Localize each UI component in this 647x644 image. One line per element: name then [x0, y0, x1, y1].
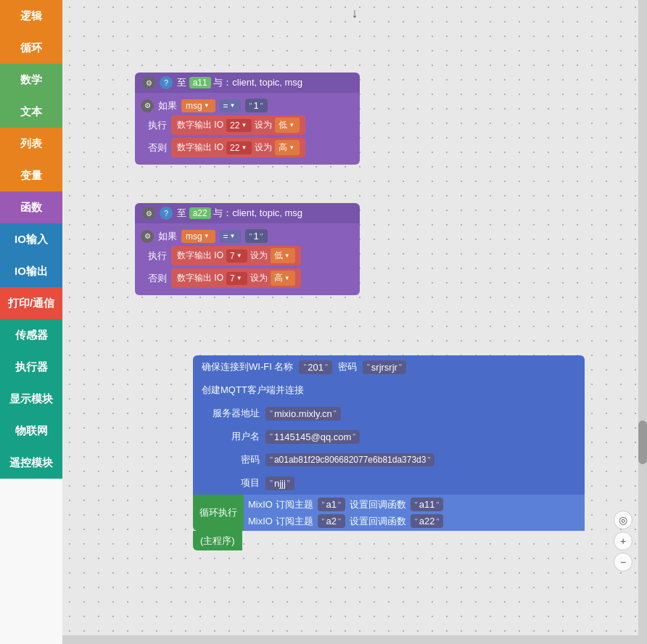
exec-label-2: 执行	[148, 249, 167, 263]
sub-row-1: MixIO 订阅主题 "a1" 设置回调函数 "a11"	[248, 498, 580, 511]
level-dropdown-1[interactable]: 低	[275, 117, 300, 133]
set-label-1: 设为	[255, 119, 272, 131]
if-label-1: 如果	[158, 99, 177, 112]
sidebar-label-list: 列表	[20, 137, 42, 151]
wifi-row: 确保连接到WI-FI 名称 "201" 密码 "srjrsrjr"	[193, 355, 585, 379]
scroll-right	[638, 0, 647, 644]
arrow-indicator: ↓	[352, 6, 358, 21]
scroll-thumb[interactable]	[638, 421, 647, 464]
io-num-dropdown-2[interactable]: 7	[226, 249, 247, 263]
exec-row-1: 执行 数字输出 IO 22 设为 低	[148, 115, 354, 135]
exec-action-2: 数字输出 IO 7 设为 低	[171, 246, 301, 265]
sidebar-item-io-input[interactable]: IO输入	[0, 223, 62, 255]
sidebar-item-remote[interactable]: 遥控模块	[0, 447, 62, 479]
sidebar-label-text: 文本	[20, 105, 42, 119]
zoom-out-btn[interactable]: −	[614, 553, 632, 571]
wifi-label: 确保连接到WI-FI 名称	[202, 360, 293, 373]
wifi-name-block: "201"	[299, 360, 332, 374]
sidebar-item-function[interactable]: 函数	[0, 191, 62, 223]
gear-icon-if-2[interactable]: ⚙	[141, 230, 154, 243]
func-header-text-1: 至 a11 与：client, topic, msg	[177, 76, 302, 89]
sidebar-label-sensor: 传感器	[15, 329, 48, 342]
level-dropdown-2[interactable]: 低	[271, 248, 295, 263]
sidebar-item-sensor[interactable]: 传感器	[0, 319, 62, 351]
msg-dropdown-1[interactable]: msg	[181, 99, 215, 112]
else-action-2: 数字输出 IO 7 设为 高	[171, 268, 301, 288]
sidebar-item-actuator[interactable]: 执行器	[0, 351, 62, 383]
else-action-1: 数字输出 IO 22 设为 高	[171, 138, 305, 157]
mqtt-config-block: 确保连接到WI-FI 名称 "201" 密码 "srjrsrjr" 创建MQTT…	[193, 355, 585, 495]
user-label: 用户名	[202, 430, 260, 443]
mqtt-create-row: 创建MQTT客户端并连接	[193, 379, 585, 402]
gear-icon-2[interactable]: ⚙	[142, 207, 155, 220]
string-val-2: "1"	[245, 229, 268, 243]
sub2-prefix: MixIO 订阅主题	[248, 515, 313, 528]
block-group-a22: ⚙ ? 至 a22 与：client, topic, msg ⚙ 如果 msg …	[135, 203, 360, 295]
user-val-block: "1145145@qq.com"	[265, 430, 360, 444]
canvas-area[interactable]: ↓ ⚙ ? 至 a11 与：client, topic, msg ⚙ 如果 ms…	[62, 0, 647, 644]
msg-dropdown-2[interactable]: msg	[181, 230, 215, 243]
func-name-tag-1: a11	[189, 77, 211, 88]
project-row: 项目 "njjj"	[193, 471, 585, 495]
gear-icon-if-1[interactable]: ⚙	[141, 99, 154, 112]
sidebar-item-loop[interactable]: 循环	[0, 32, 62, 64]
wifi-pwd-block: "srjrsrjr"	[363, 360, 406, 374]
string-val-1: "1"	[245, 99, 268, 112]
gear-icon-1[interactable]: ⚙	[142, 76, 155, 89]
compass-controls: ◎ + −	[614, 511, 632, 571]
eq-dropdown-1[interactable]: =	[220, 99, 241, 112]
else-set-label-1: 设为	[255, 141, 272, 154]
exec-action-text-1: 数字输出 IO	[177, 119, 223, 131]
compass-circle[interactable]: ◎	[614, 511, 632, 529]
sidebar-label-io-input: IO输入	[15, 233, 48, 247]
sidebar-item-display[interactable]: 显示模块	[0, 383, 62, 415]
sidebar-item-print-comm[interactable]: 打印/通信	[0, 287, 62, 319]
else-level-dropdown-2[interactable]: 高	[271, 271, 295, 286]
sidebar-label-iot: 物联网	[15, 424, 48, 438]
server-val-block: "mixio.mixly.cn"	[265, 407, 341, 421]
sidebar-item-text[interactable]: 文本	[0, 96, 62, 128]
sub1-callback-block: "a11"	[411, 498, 444, 511]
sidebar-item-io-output[interactable]: IO输出	[0, 255, 62, 287]
sidebar-item-list[interactable]: 列表	[0, 128, 62, 160]
sidebar-label-remote: 遥控模块	[9, 456, 53, 470]
sidebar-item-iot[interactable]: 物联网	[0, 415, 62, 447]
sub2-callback-label: 设置回调函数	[350, 515, 406, 528]
scroll-bottom[interactable]	[62, 635, 638, 644]
sidebar: 逻辑 循环 数学 文本 列表 变量 函数 IO输入 IO输出 打印/通信 传感器…	[0, 0, 62, 644]
sub1-callback-label: 设置回调函数	[350, 498, 406, 511]
exec-action-1: 数字输出 IO 22 设为 低	[171, 115, 305, 135]
loop-label-block: 循环执行	[193, 495, 244, 531]
sidebar-label-math: 数学	[20, 73, 42, 87]
sidebar-label-io-output: IO输出	[15, 265, 48, 278]
sub-row-2: MixIO 订阅主题 "a2" 设置回调函数 "a22"	[248, 514, 580, 528]
sidebar-item-math[interactable]: 数学	[0, 64, 62, 96]
eq-dropdown-2[interactable]: =	[220, 230, 241, 243]
else-io-dropdown-1[interactable]: 22	[226, 141, 252, 154]
sub2-callback-block: "a22"	[411, 514, 444, 528]
else-label-2: 否则	[148, 272, 167, 285]
io-num-dropdown-1[interactable]: 22	[226, 119, 252, 132]
else-action-text-2: 数字输出 IO	[177, 272, 223, 284]
pwd-val-block: "a01ab81f29c806682077e6b81da373d3"	[265, 453, 434, 466]
mqtt-create-label: 创建MQTT客户端并连接	[202, 384, 304, 397]
pwd-label: 密码	[202, 453, 260, 466]
else-row-2: 否则 数字输出 IO 7 设为 高	[148, 268, 354, 288]
func-body-a22: ⚙ 如果 msg = "1" 执行 数字输出 IO 7 设为 低	[135, 223, 360, 295]
pwd-row: 密码 "a01ab81f29c806682077e6b81da373d3"	[193, 448, 585, 471]
sidebar-label-logic: 逻辑	[20, 9, 42, 23]
zoom-in-btn[interactable]: +	[614, 532, 632, 550]
sidebar-item-logic[interactable]: 逻辑	[0, 0, 62, 32]
subscribe-rows: MixIO 订阅主题 "a1" 设置回调函数 "a11" MixIO 订阅主题 …	[244, 495, 585, 531]
else-io-dropdown-2[interactable]: 7	[226, 272, 247, 285]
question-icon-2[interactable]: ?	[160, 207, 173, 220]
else-level-dropdown-1[interactable]: 高	[275, 140, 300, 155]
func-name-tag-2: a22	[189, 207, 211, 219]
sidebar-label-display: 显示模块	[9, 392, 53, 406]
exec-row-2: 执行 数字输出 IO 7 设为 低	[148, 246, 354, 265]
loop-label: 循环执行	[199, 506, 237, 519]
question-icon-1[interactable]: ?	[160, 76, 173, 89]
sidebar-item-variable[interactable]: 变量	[0, 160, 62, 191]
project-val-block: "njjj"	[265, 476, 294, 490]
sidebar-label-variable: 变量	[20, 169, 42, 183]
